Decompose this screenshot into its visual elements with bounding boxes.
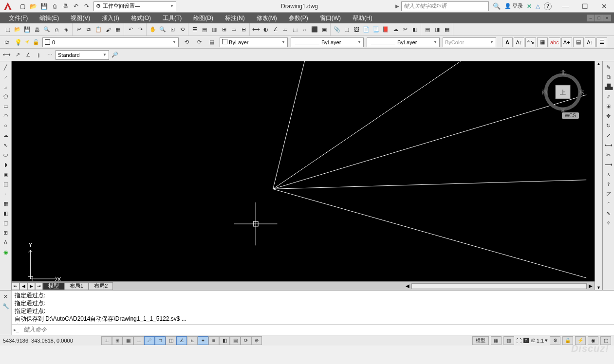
exchange-icon[interactable]: ✕ [527, 3, 532, 10]
measure-radius-icon[interactable]: ◐ [261, 25, 271, 35]
circle-icon[interactable]: ○ [1, 121, 11, 130]
ann-add-icon[interactable]: A+ [561, 37, 572, 47]
layer-match-icon[interactable]: ⟲ [182, 37, 191, 47]
array-icon[interactable]: ⊞ [604, 101, 614, 111]
otrack-icon[interactable]: ∠ [176, 336, 187, 345]
menu-window[interactable]: 窗口(W) [314, 14, 347, 22]
lineweight-toggle-icon[interactable]: ≡ [208, 336, 219, 345]
scroll-right-icon[interactable]: ▶ [589, 283, 593, 289]
menu-file[interactable]: 文件(F) [3, 14, 34, 22]
copy-obj-icon[interactable]: ⧉ [604, 72, 614, 82]
find-text-icon[interactable]: 🔎 [110, 50, 120, 60]
attach-dgn-icon[interactable]: 📃 [371, 25, 381, 35]
markup-icon[interactable]: ▭ [229, 25, 239, 35]
measure-quick-icon[interactable]: ↔ [300, 25, 310, 35]
dim-angular-icon[interactable]: ∠ [23, 50, 33, 60]
undo-icon[interactable]: ↶ [71, 1, 81, 11]
zoom-window-icon[interactable]: ⊡ [167, 25, 177, 35]
ann-scale-icon[interactable]: abc [549, 37, 560, 47]
zoom-prev-icon[interactable]: ⟲ [177, 25, 187, 35]
tab-model[interactable]: 模型 [43, 282, 64, 290]
scale-icon[interactable]: ⤢ [604, 130, 614, 140]
chamfer-icon[interactable]: ◸ [604, 189, 614, 199]
color-dropdown[interactable]: ByLayer ▼ [220, 37, 288, 47]
adjust-icon[interactable]: ◧ [410, 25, 420, 35]
layer-prev-icon[interactable]: ◨ [432, 25, 442, 35]
layer-state-btn-icon[interactable]: ▤ [207, 37, 217, 47]
osnap-icon[interactable]: □ [155, 336, 166, 345]
block-editor-icon[interactable]: ▦ [113, 25, 123, 35]
redo-icon[interactable]: ↷ [82, 1, 92, 11]
selection-cycle-icon[interactable]: ⟳ [241, 336, 251, 345]
textstyle-dropdown[interactable]: Standard ▼ [56, 50, 109, 60]
menu-params[interactable]: 参数(P) [283, 14, 314, 22]
minimize-button[interactable]: — [556, 0, 575, 13]
print-file-icon[interactable]: 🖶 [32, 25, 42, 35]
mdi-close[interactable]: × [603, 15, 611, 21]
arc-icon[interactable]: ◠ [1, 111, 11, 121]
ortho-icon[interactable]: ⊥ [133, 336, 144, 345]
menu-modify[interactable]: 修改(M) [251, 14, 283, 22]
print-preview-icon[interactable]: 🔍 [42, 25, 52, 35]
tab-last-icon[interactable]: ⇥ [35, 282, 43, 290]
measure-vol-icon[interactable]: ⬚ [290, 25, 300, 35]
layer-dropdown[interactable]: 0 ▼ [42, 37, 179, 47]
ellipse-icon[interactable]: ⬭ [1, 150, 11, 160]
mdi-restore[interactable]: □ [595, 15, 603, 21]
fillet-icon[interactable]: ◜ [604, 199, 614, 208]
ann-sync-icon[interactable]: ▤ [573, 37, 584, 47]
plotstyle-dropdown[interactable]: ByColor ▼ [443, 37, 496, 47]
tab-prev-icon[interactable]: ◀ [19, 282, 27, 290]
extend-icon[interactable]: ⟶ [604, 160, 614, 169]
ducs-icon[interactable]: ⊾ [187, 336, 198, 345]
table-style-icon[interactable]: ▦ [537, 37, 548, 47]
search-input[interactable]: 键入关键字或短语 [401, 1, 489, 11]
sheet-set-icon[interactable]: ⊞ [219, 25, 229, 35]
cmd-recent-icon[interactable]: 🔧 [1, 301, 11, 311]
rotate-icon[interactable]: ↻ [604, 121, 614, 130]
quick-view-drawings-icon[interactable]: ▥ [503, 336, 514, 345]
pan-icon[interactable]: ✋ [148, 25, 158, 35]
paste-icon[interactable]: 📋 [93, 25, 103, 35]
stretch-icon[interactable]: ⟷ [604, 140, 614, 150]
mirror-icon[interactable]: ▟▙ [604, 82, 614, 91]
close-button[interactable]: ✕ [595, 0, 614, 13]
break-icon[interactable]: ⫰ [604, 169, 614, 179]
command-input[interactable] [23, 326, 612, 333]
select-sim-icon[interactable]: ▣ [319, 25, 329, 35]
menu-draw[interactable]: 绘图(D) [187, 14, 219, 22]
publish-icon[interactable]: ⎙ [52, 25, 61, 35]
polar-icon[interactable]: ☄ [144, 336, 155, 345]
clip-icon[interactable]: ✂ [400, 25, 410, 35]
layer-iso-icon[interactable]: ▦ [442, 25, 452, 35]
make-block-icon[interactable]: ◫ [1, 179, 11, 189]
open-file-icon[interactable]: 📂 [13, 25, 22, 35]
hatch-icon[interactable]: ▦ [1, 199, 11, 208]
trim-icon[interactable]: ✂ [604, 150, 614, 160]
print-icon[interactable]: 🖶 [60, 1, 70, 11]
ann-autoscale-icon[interactable]: 🅰 [523, 338, 529, 344]
3d-print-icon[interactable]: ◈ [61, 25, 71, 35]
revcloud-icon[interactable]: ☁ [1, 130, 11, 140]
scroll-down-icon[interactable]: ▼ [595, 285, 602, 290]
menu-dimension[interactable]: 标注(N) [219, 14, 251, 22]
tab-layout1[interactable]: 布局1 [64, 282, 89, 290]
line-icon[interactable]: ╱ [1, 62, 11, 72]
mdi-minimize[interactable]: – [587, 15, 595, 21]
help-icon[interactable]: ? [544, 2, 552, 10]
xref-icon[interactable]: 📎 [332, 25, 342, 35]
measure-angle-icon[interactable]: ∠ [271, 25, 280, 35]
new-file-icon[interactable]: ▢ [3, 25, 13, 35]
v-scrollbar[interactable]: ▲ ▼ [595, 61, 602, 290]
attach-dwg-icon[interactable]: ▢ [342, 25, 352, 35]
erase-icon[interactable]: ✎ [604, 62, 614, 72]
maximize-button[interactable]: ☐ [575, 0, 595, 13]
table-icon[interactable]: ⊞ [1, 228, 11, 237]
polyline-icon[interactable]: ⟓ [1, 82, 11, 91]
workspace-switch-icon[interactable]: ⚙ [550, 336, 560, 345]
dim-linear-icon[interactable]: ⟷ [2, 50, 12, 60]
ellipse-arc-icon[interactable]: ◗ [1, 160, 11, 169]
new-icon[interactable]: ▢ [18, 1, 27, 11]
menu-format[interactable]: 格式(O) [125, 14, 157, 22]
attach-pdf-icon[interactable]: 📕 [381, 25, 391, 35]
